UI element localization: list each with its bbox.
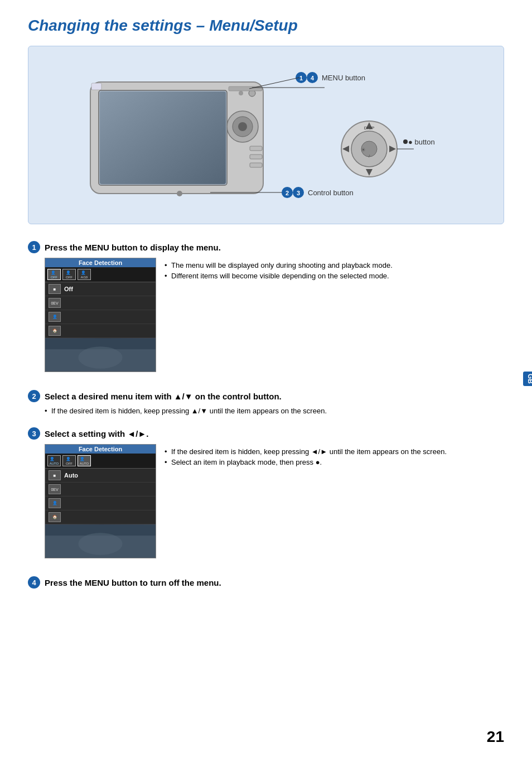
svg-rect-2 <box>100 91 226 184</box>
step2-body: If the desired item is hidden, keep pres… <box>45 407 504 415</box>
menu2-row3: 👤 <box>45 496 156 510</box>
svg-text:DISP: DISP <box>364 126 375 131</box>
camera-diagram-box: DISP ☀ ♪ 1 4 MENU button ● button 2 3 Co… <box>28 46 504 224</box>
menu1-row3-icon: 👤 <box>49 312 61 322</box>
menu-screenshot-2: Face Detection 👤AUTO 👤OFF 👤AUTO ■ Auto <box>45 444 156 558</box>
step1-bullet1: The menu will be displayed only during s… <box>165 261 504 269</box>
svg-text:1: 1 <box>299 75 303 81</box>
step1-badge: 1 <box>28 241 40 253</box>
svg-rect-12 <box>250 155 262 159</box>
menu1-row4-icon: 🏠 <box>49 326 61 336</box>
step2-bullet1: If the desired item is hidden, keep pres… <box>45 407 504 415</box>
menu2-setting: Auto <box>64 472 78 479</box>
gb-badge: GB <box>523 372 532 386</box>
step3-header: 3 Select a setting with ◄/►. <box>28 427 504 440</box>
menu1-row1: ■ Off <box>45 282 156 296</box>
menu1-icon3: 👤A/10 <box>78 269 91 280</box>
menu2-icons-row: 👤AUTO 👤OFF 👤AUTO <box>45 454 156 469</box>
step1-bullet2: Different items will become visible depe… <box>165 272 504 280</box>
step3-bullets: If the desired item is hidden, keep pres… <box>165 447 504 466</box>
step2-badge: 2 <box>28 390 40 402</box>
menu2-row2-icon: 0EV <box>49 484 61 494</box>
step1-text: The menu will be displayed only during s… <box>165 258 504 282</box>
svg-point-5 <box>238 122 247 131</box>
svg-text:2: 2 <box>286 190 289 196</box>
step4-title: Press the MENU button to turn off the me… <box>45 578 221 587</box>
menu2-icon1: 👤AUTO <box>47 455 61 466</box>
menu2-thumbnail <box>45 524 156 558</box>
menu1-row1-icon: ■ <box>49 284 61 294</box>
svg-text:● button: ● button <box>408 138 435 146</box>
page-title: Changing the settings – Menu/Setup <box>28 17 504 35</box>
step2-bullets: If the desired item is hidden, keep pres… <box>45 407 504 415</box>
menu2-row4: 🏠 <box>45 510 156 524</box>
camera-illustration: DISP ☀ ♪ 1 4 MENU button ● button 2 3 Co… <box>85 60 447 210</box>
menu1-row2: 0EV <box>45 296 156 310</box>
svg-rect-13 <box>250 163 262 167</box>
menu2-row2: 0EV <box>45 483 156 496</box>
menu1-icons-row: 👤OFF 👤OFF 👤A/10 <box>45 267 156 282</box>
menu2-icon3: 👤AUTO <box>78 455 91 466</box>
menu2-row1-icon: ■ <box>49 470 61 480</box>
step1-header: 1 Press the MENU button to display the m… <box>28 241 504 253</box>
menu2-title: Face Detection <box>45 445 156 454</box>
step3-badge: 3 <box>28 427 40 440</box>
step1-section: 1 Press the MENU button to display the m… <box>28 241 504 378</box>
step3-bullet2: Select an item in playback mode, then pr… <box>165 458 504 466</box>
step1-title: Press the MENU button to display the men… <box>45 243 221 252</box>
page-number: 21 <box>487 728 504 746</box>
svg-text:♪: ♪ <box>368 153 371 158</box>
step2-title: Select a desired menu item with ▲/▼ on t… <box>45 392 282 401</box>
menu-screenshot-1: Face Detection 👤OFF 👤OFF 👤A/10 ■ Off <box>45 258 156 372</box>
step1-content: Face Detection 👤OFF 👤OFF 👤A/10 ■ Off <box>45 258 504 378</box>
menu1-row3: 👤 <box>45 310 156 324</box>
svg-text:Control button: Control button <box>308 189 354 197</box>
menu2-row4-icon: 🏠 <box>49 512 61 522</box>
step1-bullets: The menu will be displayed only during s… <box>165 261 504 280</box>
svg-point-33 <box>403 139 408 144</box>
svg-text:3: 3 <box>297 190 300 196</box>
menu2-icon2: 👤OFF <box>62 455 76 466</box>
step2-header: 2 Select a desired menu item with ▲/▼ on… <box>28 390 504 402</box>
step3-section: 3 Select a setting with ◄/►. Face Detect… <box>28 427 504 564</box>
menu2-row3-icon: 👤 <box>49 498 61 508</box>
step4-badge: 4 <box>28 576 40 589</box>
step3-text: If the desired item is hidden, keep pres… <box>165 444 504 469</box>
menu1-row2-icon: 0EV <box>49 298 61 308</box>
svg-point-43 <box>78 346 122 369</box>
svg-text:MENU button: MENU button <box>322 74 365 82</box>
svg-rect-11 <box>250 146 262 151</box>
svg-rect-9 <box>91 83 101 90</box>
svg-point-46 <box>78 533 122 555</box>
svg-text:4: 4 <box>311 75 315 81</box>
menu1-title: Face Detection <box>45 258 156 267</box>
menu2-row1: ■ Auto <box>45 469 156 483</box>
step4-section: 4 Press the MENU button to turn off the … <box>28 576 504 589</box>
menu1-row4: 🏠 <box>45 324 156 338</box>
svg-point-10 <box>177 191 182 196</box>
step3-title: Select a setting with ◄/►. <box>45 429 148 438</box>
step4-header: 4 Press the MENU button to turn off the … <box>28 576 504 589</box>
step3-body: Face Detection 👤AUTO 👤OFF 👤AUTO ■ Auto <box>45 444 504 564</box>
menu1-icon1: 👤OFF <box>47 269 61 280</box>
step2-section: 2 Select a desired menu item with ▲/▼ on… <box>28 390 504 415</box>
step1-body: Face Detection 👤OFF 👤OFF 👤A/10 ■ Off <box>45 258 504 378</box>
menu1-thumbnail <box>45 338 156 372</box>
menu1-icon2: 👤OFF <box>62 269 76 280</box>
svg-text:☀: ☀ <box>361 147 366 153</box>
svg-point-7 <box>239 91 243 95</box>
step3-content: Face Detection 👤AUTO 👤OFF 👤AUTO ■ Auto <box>45 444 504 564</box>
menu1-setting: Off <box>64 286 73 292</box>
step3-bullet1: If the desired item is hidden, keep pres… <box>165 447 504 456</box>
